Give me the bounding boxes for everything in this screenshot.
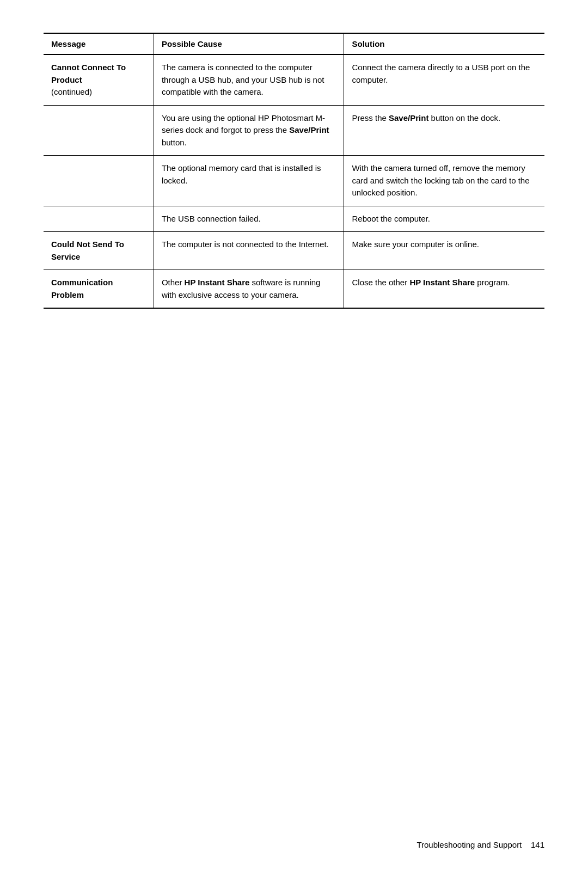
- solution-text-6: Close the other HP Instant Share program…: [352, 278, 510, 287]
- cell-message-2: [44, 105, 154, 156]
- cell-solution-1: Connect the camera directly to a USB por…: [344, 54, 544, 105]
- table-row: Cannot Connect To Product (continued) Th…: [44, 54, 544, 105]
- page-container: Message Possible Cause Solution Cannot C…: [0, 0, 588, 882]
- cause-text-6: Other HP Instant Share software is runni…: [162, 278, 321, 299]
- solution-bold-6: HP Instant Share: [409, 278, 475, 287]
- solution-text-3: With the camera turned off, remove the m…: [352, 163, 529, 197]
- cell-solution-3: With the camera turned off, remove the m…: [344, 156, 544, 206]
- table-row: You are using the optional HP Photosmart…: [44, 105, 544, 156]
- cell-solution-2: Press the Save/Print button on the dock.: [344, 105, 544, 156]
- table-row: The USB connection failed. Reboot the co…: [44, 206, 544, 232]
- header-solution: Solution: [344, 33, 544, 54]
- cell-cause-2: You are using the optional HP Photosmart…: [154, 105, 344, 156]
- cell-message-4: [44, 206, 154, 232]
- message-label-6: Communication Problem: [51, 278, 113, 299]
- table-row: Communication Problem Other HP Instant S…: [44, 270, 544, 309]
- cell-cause-6: Other HP Instant Share software is runni…: [154, 270, 344, 309]
- cause-bold-2: Save/Print: [289, 125, 329, 134]
- troubleshooting-table: Message Possible Cause Solution Cannot C…: [44, 33, 544, 309]
- solution-bold-2: Save/Print: [389, 113, 428, 122]
- cause-text-3: The optional memory card that is install…: [162, 163, 321, 185]
- message-label-5: Could Not Send To Service: [51, 240, 124, 261]
- cause-text-1: The camera is connected to the computer …: [162, 63, 324, 96]
- cell-cause-4: The USB connection failed.: [154, 206, 344, 232]
- message-label-1: Cannot Connect To Product: [51, 63, 126, 84]
- cause-bold-6a: HP Instant Share: [185, 278, 250, 287]
- cause-text-2: You are using the optional HP Photosmart…: [162, 113, 329, 147]
- cell-message-3: [44, 156, 154, 206]
- cell-solution-5: Make sure your computer is online.: [344, 232, 544, 270]
- cell-cause-1: The camera is connected to the computer …: [154, 54, 344, 105]
- solution-text-4: Reboot the computer.: [352, 214, 430, 223]
- cell-message-6: Communication Problem: [44, 270, 154, 309]
- footer-page: 141: [531, 840, 544, 849]
- cause-text-4: The USB connection failed.: [162, 214, 261, 223]
- page-footer: Troubleshooting and Support 141: [416, 840, 544, 849]
- footer-text: Troubleshooting and Support: [416, 840, 522, 849]
- cell-solution-6: Close the other HP Instant Share program…: [344, 270, 544, 309]
- table-row: Could Not Send To Service The computer i…: [44, 232, 544, 270]
- cell-cause-3: The optional memory card that is install…: [154, 156, 344, 206]
- cause-text-5: The computer is not connected to the Int…: [162, 240, 329, 249]
- cell-message-1: Cannot Connect To Product (continued): [44, 54, 154, 105]
- header-message: Message: [44, 33, 154, 54]
- solution-text-1: Connect the camera directly to a USB por…: [352, 63, 530, 84]
- table-header-row: Message Possible Cause Solution: [44, 33, 544, 54]
- cell-solution-4: Reboot the computer.: [344, 206, 544, 232]
- message-continued: (continued): [51, 87, 92, 96]
- cell-cause-5: The computer is not connected to the Int…: [154, 232, 344, 270]
- cell-message-5: Could Not Send To Service: [44, 232, 154, 270]
- solution-text-2: Press the Save/Print button on the dock.: [352, 113, 500, 122]
- table-row: The optional memory card that is install…: [44, 156, 544, 206]
- header-cause: Possible Cause: [154, 33, 344, 54]
- solution-text-5: Make sure your computer is online.: [352, 240, 479, 249]
